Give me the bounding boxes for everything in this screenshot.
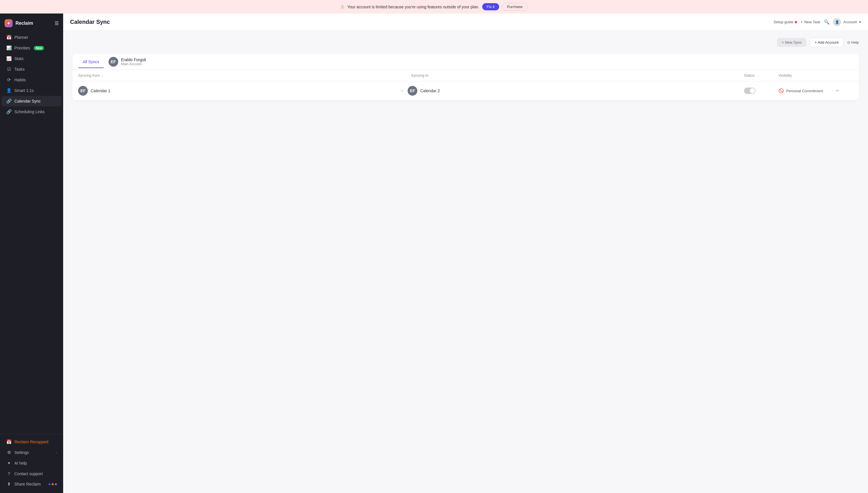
dot-blue xyxy=(48,483,50,485)
avatar-circle: EF xyxy=(109,57,118,67)
fix-it-button[interactable]: Fix it xyxy=(482,3,499,10)
col-visibility-label: Visibility xyxy=(778,73,792,78)
habits-icon: ⟳ xyxy=(6,77,12,83)
logo-icon: ✦ xyxy=(5,19,13,27)
col-syncing-to: Syncing to xyxy=(411,73,744,78)
sidebar-item-priorities[interactable]: 📊 Priorities New xyxy=(2,43,62,53)
sync-from-cell: EF Calendar 1 xyxy=(78,86,411,96)
tab-account-avatar: EF xyxy=(109,57,118,67)
share-reclaim-icon: ⬆ xyxy=(6,481,12,487)
app-name: Reclaim xyxy=(16,21,33,26)
visibility-cell: 🚫 Personal Commitment xyxy=(778,88,836,93)
top-header: Calendar Sync Setup guide + New Task 🔍 👤… xyxy=(63,14,868,31)
col-actions xyxy=(836,73,853,78)
sidebar-item-tasks[interactable]: ☑ Tasks xyxy=(2,64,62,74)
sidebar-item-label: Tasks xyxy=(14,67,25,71)
sync-to-cal: EF Calendar 2 xyxy=(408,86,440,96)
sidebar-item-share-reclaim[interactable]: ⬆ Share Reclaim xyxy=(2,479,62,489)
chevron-right-icon: › xyxy=(56,451,57,454)
calendar1-name: Calendar 1 xyxy=(91,88,111,93)
new-badge: New xyxy=(34,46,44,50)
new-sync-button[interactable]: + New Sync xyxy=(777,38,806,47)
priorities-icon: 📊 xyxy=(6,45,12,50)
sidebar-item-stats[interactable]: 📈 Stats xyxy=(2,53,62,64)
dot-purple xyxy=(55,483,57,485)
sidebar-item-label: Calendar Sync xyxy=(14,99,41,103)
new-task-button[interactable]: + New Task xyxy=(801,20,820,24)
sidebar-nav: 📅 Planner 📊 Priorities New 📈 Stats ☑ Tas… xyxy=(0,32,63,434)
tabs-header: All Syncs EF Eraldo Forgoli Main Account xyxy=(72,54,859,70)
col-syncing-from-label: Syncing from xyxy=(78,73,100,78)
status-cell xyxy=(744,88,778,94)
sidebar-item-scheduling-links[interactable]: 🔗 Scheduling Links xyxy=(2,107,62,117)
sidebar-item-label: Planner xyxy=(14,35,28,40)
arrow-right-icon: → xyxy=(399,88,404,93)
search-button[interactable]: 🔍 xyxy=(824,19,829,25)
table-row: EF Calendar 1 → EF Calendar 2 xyxy=(72,81,859,101)
col-visibility: Visibility xyxy=(778,73,836,78)
sidebar-item-ai-help[interactable]: ✦ AI help xyxy=(2,458,62,468)
sidebar-bottom: 📅 Reclaim Recapped ⚙ Settings › ✦ AI hel… xyxy=(0,434,63,490)
tab-eraldo-account[interactable]: EF Eraldo Forgoli Main Account xyxy=(104,54,151,69)
sidebar-item-calendar-sync[interactable]: 🔗 Calendar Sync xyxy=(2,96,62,106)
chevron-down-icon: ▾ xyxy=(859,20,861,24)
sidebar-item-planner[interactable]: 📅 Planner xyxy=(2,32,62,43)
help-button[interactable]: ⊙ Help xyxy=(847,40,859,45)
add-account-button[interactable]: + Add Account xyxy=(810,38,843,47)
edit-button[interactable]: ✏ xyxy=(836,88,840,93)
sidebar-item-label: Contact support xyxy=(14,471,43,476)
new-task-label: New Task xyxy=(804,20,820,24)
tabs-section: All Syncs EF Eraldo Forgoli Main Account xyxy=(72,54,859,101)
calendar2-avatar: EF xyxy=(408,86,417,96)
account-avatar: 👤 xyxy=(833,18,841,26)
tab-account-info: Eraldo Forgoli Main Account xyxy=(121,58,146,66)
calendar1-avatar-circle: EF xyxy=(78,86,88,96)
sidebar-item-label: Settings xyxy=(14,450,29,455)
purchase-button[interactable]: Purchase xyxy=(502,3,528,10)
account-label: Account xyxy=(843,20,857,24)
top-banner: ⚠ Your account is limited because you're… xyxy=(0,0,868,14)
col-status-label: Status xyxy=(744,73,755,78)
settings-icon: ⚙ xyxy=(6,450,12,455)
sidebar-item-smart-1on1s[interactable]: 👤 Smart 1:1s xyxy=(2,85,62,96)
contact-support-icon: ? xyxy=(6,471,12,476)
page-title: Calendar Sync xyxy=(70,19,769,25)
col-syncing-from: Syncing from ↑ xyxy=(78,73,411,78)
setup-guide-label: Setup guide xyxy=(774,20,793,24)
action-bar: + New Sync + Add Account ⊙ Help xyxy=(72,38,859,47)
visibility-label: Personal Commitment xyxy=(786,89,823,93)
actions-cell: ✏ xyxy=(836,88,853,93)
sidebar-item-label: AI help xyxy=(14,461,27,466)
calendar2-name: Calendar 2 xyxy=(420,88,440,93)
main-content: Calendar Sync Setup guide + New Task 🔍 👤… xyxy=(63,14,868,493)
sidebar-item-label: Reclaim Recapped xyxy=(14,440,48,444)
reclaim-recapped-icon: 📅 xyxy=(6,439,12,445)
sidebar-item-reclaim-recapped[interactable]: 📅 Reclaim Recapped xyxy=(2,437,62,447)
sidebar-item-habits[interactable]: ⟳ Habits xyxy=(2,75,62,85)
sidebar-logo: ✦ Reclaim ☰ xyxy=(0,17,63,32)
dot-indicators xyxy=(48,483,57,485)
calendar1-avatar: EF xyxy=(78,86,88,96)
header-actions: Setup guide + New Task 🔍 👤 Account ▾ xyxy=(774,18,861,26)
setup-guide-button[interactable]: Setup guide xyxy=(774,20,797,24)
status-toggle[interactable] xyxy=(744,88,755,94)
sidebar-item-label: Stats xyxy=(14,56,24,61)
calendar-sync-icon: 🔗 xyxy=(6,99,12,104)
dot-orange xyxy=(52,483,54,485)
menu-icon[interactable]: ☰ xyxy=(54,21,59,26)
account-button[interactable]: 👤 Account ▾ xyxy=(833,18,861,26)
sidebar-item-label: Habits xyxy=(14,78,26,82)
warning-icon: ⚠ xyxy=(340,4,344,9)
sidebar-item-label: Share Reclaim xyxy=(14,482,41,486)
scheduling-links-icon: 🔗 xyxy=(6,109,12,114)
sidebar-item-settings[interactable]: ⚙ Settings › xyxy=(2,447,62,458)
tab-all-syncs[interactable]: All Syncs xyxy=(78,56,104,68)
sync-to-cell: → EF Calendar 2 xyxy=(411,86,744,96)
content-area: + New Sync + Add Account ⊙ Help All Sync… xyxy=(63,31,868,493)
sidebar-item-label: Priorities xyxy=(14,46,30,50)
tasks-icon: ☑ xyxy=(6,67,12,72)
stats-icon: 📈 xyxy=(6,56,12,61)
tab-account-name: Eraldo Forgoli xyxy=(121,58,146,62)
sidebar-item-contact-support[interactable]: ? Contact support xyxy=(2,469,62,479)
visibility-icon: 🚫 xyxy=(778,88,784,93)
